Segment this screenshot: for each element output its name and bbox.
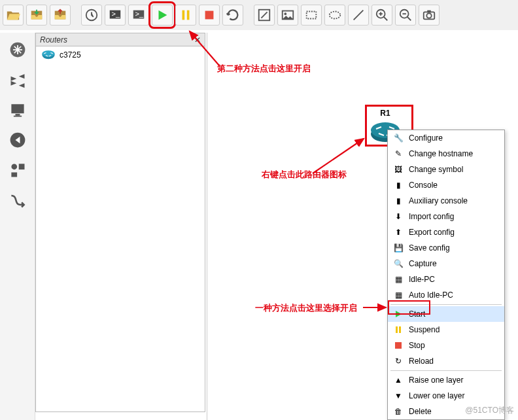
stop-all-button[interactable] <box>199 5 220 26</box>
svg-point-12 <box>330 12 341 19</box>
menu-lower[interactable]: ▼Lower one layer <box>388 388 504 404</box>
ellipse-button[interactable] <box>324 5 345 26</box>
menu-start[interactable]: Start <box>388 306 504 322</box>
start-all-button[interactable] <box>152 5 173 26</box>
svg-rect-27 <box>13 116 21 117</box>
import-icon: ⬇ <box>393 211 404 222</box>
menu-separator-2 <box>390 370 502 371</box>
reload-icon: ↻ <box>393 356 404 366</box>
svg-rect-5 <box>182 10 185 20</box>
svg-rect-7 <box>205 11 214 20</box>
raise-icon: ▲ <box>393 375 404 385</box>
export-icon: ⬆ <box>393 227 404 237</box>
image-button[interactable] <box>277 5 298 26</box>
menu-export-config[interactable]: ⬆Export config <box>388 224 504 240</box>
svg-text:>_: >_ <box>112 10 120 18</box>
terminal2-icon: ▮ <box>393 196 404 206</box>
svg-rect-30 <box>18 164 24 169</box>
menu-save-config[interactable]: 💾Save config <box>388 240 504 256</box>
stop-icon <box>393 340 404 351</box>
svg-rect-37 <box>399 326 401 333</box>
calc-icon: ▦ <box>393 274 404 285</box>
menu-idlepc[interactable]: ▦Idle-PC <box>388 271 504 287</box>
cable-category-icon[interactable] <box>6 188 29 212</box>
menu-aux-console[interactable]: ▮Auxiliary console <box>388 193 504 209</box>
svg-point-10 <box>285 12 287 15</box>
svg-rect-31 <box>11 173 17 177</box>
svg-line-13 <box>354 10 364 20</box>
menu-configure[interactable]: 🔧Configure <box>388 130 504 146</box>
router-category-icon[interactable] <box>6 38 29 61</box>
menu-change-symbol[interactable]: 🖼Change symbol <box>388 162 504 177</box>
panel-title: Routers <box>40 35 67 44</box>
capture-icon: 🔍 <box>393 258 404 269</box>
panel-close-button[interactable]: ✕ <box>194 35 201 44</box>
line-button[interactable] <box>348 5 369 26</box>
anno-rightclick: 右键点击此路由器图标 <box>262 169 347 181</box>
menu-reload[interactable]: ↻Reload <box>388 353 504 369</box>
switch-category-icon[interactable] <box>6 68 29 92</box>
menu-stop[interactable]: Stop <box>388 338 504 353</box>
device-palette <box>0 33 35 420</box>
context-menu: 🔧Configure ✎Change hostname 🖼Change symb… <box>387 130 505 420</box>
svg-rect-11 <box>307 12 317 19</box>
zoom-out-button[interactable] <box>395 5 416 26</box>
svg-point-22 <box>426 13 431 18</box>
svg-line-15 <box>384 17 388 21</box>
svg-rect-25 <box>11 104 24 113</box>
terminal-icon: ▮ <box>393 180 404 190</box>
zoom-in-button[interactable] <box>371 5 392 26</box>
aux-console-button[interactable]: >_ <box>128 5 149 26</box>
svg-text:>_: >_ <box>135 10 144 18</box>
delete-icon: 🗑 <box>393 406 404 417</box>
pause-all-button[interactable] <box>175 5 196 26</box>
screenshot-button[interactable] <box>419 5 440 26</box>
security-category-icon[interactable] <box>6 128 29 152</box>
svg-rect-36 <box>396 326 398 333</box>
svg-rect-23 <box>427 10 431 13</box>
menu-console[interactable]: ▮Console <box>388 177 504 193</box>
rect-button[interactable] <box>301 5 322 26</box>
svg-point-29 <box>11 164 17 169</box>
open-button[interactable] <box>3 5 24 26</box>
menu-import-config[interactable]: ⬇Import config <box>388 209 504 224</box>
lower-icon: ▼ <box>393 391 404 401</box>
pause-icon <box>393 324 404 335</box>
outbox-button[interactable] <box>50 5 71 26</box>
panel-titlebar: Routers ✕ <box>36 33 205 46</box>
menu-change-hostname[interactable]: ✎Change hostname <box>388 146 504 162</box>
svg-line-19 <box>407 17 411 21</box>
save-icon: 💾 <box>393 243 404 253</box>
device-tree-item[interactable]: c3725 <box>36 46 205 63</box>
routers-panel: Routers ✕ c3725 <box>35 33 205 412</box>
router-chassis-icon <box>41 49 56 61</box>
enddevice-category-icon[interactable] <box>6 98 29 122</box>
menu-capture[interactable]: 🔍Capture <box>388 256 504 271</box>
clock-button[interactable] <box>81 5 102 26</box>
annotate-button[interactable] <box>254 5 275 26</box>
svg-rect-38 <box>395 342 402 349</box>
tree-item-label: c3725 <box>60 50 81 60</box>
anno-method2: 第二种方法点击这里开启 <box>217 63 311 75</box>
play-icon <box>393 309 404 319</box>
main-toolbar: >_ >_ <box>0 0 518 30</box>
image-icon: 🖼 <box>393 164 404 175</box>
menu-separator <box>390 304 502 305</box>
console-button[interactable]: >_ <box>105 5 126 26</box>
calc2-icon: ▦ <box>393 290 404 300</box>
menu-suspend[interactable]: Suspend <box>388 322 504 338</box>
inbox-button[interactable] <box>26 5 47 26</box>
svg-rect-6 <box>187 10 190 20</box>
reload-all-button[interactable] <box>222 5 243 26</box>
wrench-icon: 🔧 <box>393 133 404 143</box>
svg-rect-26 <box>15 114 20 116</box>
watermark: @51CTO博客 <box>465 405 514 416</box>
menu-raise[interactable]: ▲Raise one layer <box>388 372 504 388</box>
edit-icon: ✎ <box>393 149 404 159</box>
menu-auto-idlepc[interactable]: ▦Auto Idle-PC <box>388 287 504 303</box>
all-category-icon[interactable] <box>6 158 29 182</box>
anno-method1: 一种方法点击这里选择开启 <box>255 302 357 314</box>
